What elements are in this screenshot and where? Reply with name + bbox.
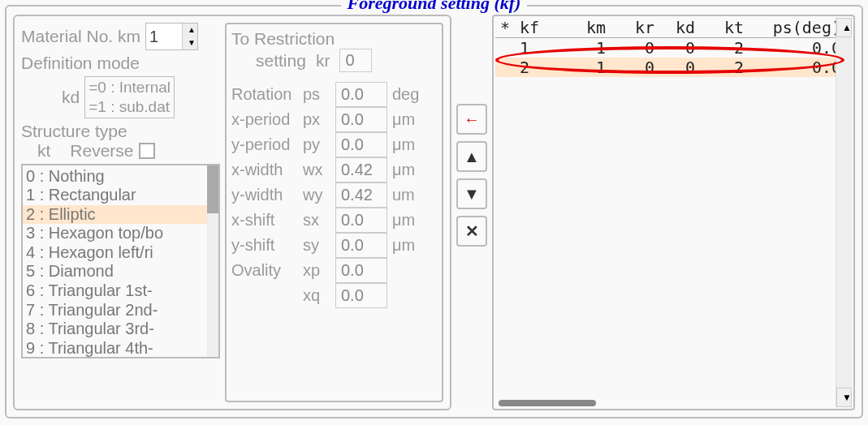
param-unit: um <box>392 186 425 204</box>
param-label: x-width <box>231 161 298 179</box>
listbox-scrollbar[interactable] <box>207 165 218 357</box>
scroll-up-icon[interactable]: ▲ <box>836 18 852 37</box>
list-item[interactable]: 5 : Diamond <box>23 262 207 281</box>
param-code: sy <box>303 236 330 255</box>
param-unit: μm <box>392 161 425 179</box>
structure-type-label: Structure type <box>21 122 220 141</box>
material-spinner[interactable]: ▲ ▼ <box>145 23 198 50</box>
kt-label: kt <box>37 141 50 161</box>
table-row[interactable]: 110020.0 <box>495 38 836 58</box>
param-code: xq <box>303 286 330 305</box>
left-panel: Material No. km ▲ ▼ Definition mode kd =… <box>13 15 451 410</box>
material-value[interactable] <box>146 24 182 49</box>
param-row: x-periodpxμm <box>231 107 437 132</box>
param-row: Rotationpsdeg <box>231 82 437 107</box>
param-label: x-shift <box>231 211 298 230</box>
material-spin-up[interactable]: ▲ <box>183 24 197 36</box>
scroll-down-icon[interactable]: ▼ <box>836 388 852 407</box>
list-item[interactable]: 2 : Elliptic <box>23 205 207 225</box>
kr-label: kr <box>316 51 330 71</box>
table-hscroll-thumb[interactable] <box>499 400 596 406</box>
list-item[interactable]: 0 : Nothing <box>23 167 207 187</box>
param-unit: μm <box>392 211 425 230</box>
table-row[interactable]: 210020.0 <box>495 58 836 77</box>
table-header: * kf km kr kd kt ps(deg) <box>495 18 836 38</box>
right-table-panel: * kf km kr kd kt ps(deg) 110020.0 210020… <box>492 15 855 410</box>
material-row: Material No. km ▲ ▼ <box>21 23 220 50</box>
param-code: py <box>303 135 330 154</box>
param-label: y-period <box>231 135 298 154</box>
param-label: y-width <box>231 186 298 204</box>
param-code: sx <box>303 211 330 230</box>
param-input[interactable] <box>335 107 387 132</box>
reverse-checkbox[interactable] <box>139 143 155 159</box>
list-item[interactable]: 1 : Rectangular <box>23 186 207 205</box>
kd-row: kd =0 : Internal =1 : sub.dat <box>21 76 220 118</box>
param-code: wy <box>303 186 330 204</box>
definition-mode-label: Definition mode <box>21 54 220 73</box>
param-label: x-period <box>231 110 298 129</box>
delete-button[interactable]: ✕ <box>456 216 487 247</box>
param-unit: μm <box>392 110 425 129</box>
param-label: y-shift <box>231 236 298 255</box>
param-input[interactable] <box>335 283 387 308</box>
structure-type-listbox[interactable]: 0 : Nothing1 : Rectangular2 : Elliptic3 … <box>21 164 220 358</box>
param-unit: μm <box>392 236 425 255</box>
structure-type-block: Structure type kt Reverse <box>21 122 220 161</box>
param-input[interactable] <box>335 182 387 208</box>
param-unit: deg <box>392 85 425 104</box>
list-item[interactable]: 9 : Triangular 4th- <box>23 339 207 357</box>
panel-legend: Foreground setting (kf) <box>341 0 528 14</box>
param-input[interactable] <box>335 157 387 182</box>
param-input[interactable] <box>335 82 387 107</box>
list-item[interactable]: 6 : Triangular 1st- <box>23 281 207 301</box>
param-code: ps <box>303 85 330 104</box>
move-left-button[interactable]: ← <box>456 104 487 135</box>
restriction-block: To Restriction setting kr <box>231 29 437 77</box>
param-row: x-widthwxμm <box>231 157 437 182</box>
param-input[interactable] <box>335 258 387 283</box>
param-code: xp <box>303 261 330 280</box>
table-vscrollbar[interactable]: ▲ ▼ <box>836 18 852 407</box>
move-up-button[interactable]: ▲ <box>456 141 487 172</box>
param-input[interactable] <box>335 233 387 258</box>
params-column: To Restriction setting kr Rotationpsdegx… <box>225 23 443 402</box>
param-row: y-widthwyum <box>231 182 437 208</box>
list-item[interactable]: 3 : Hexagon top/bo <box>23 224 207 243</box>
material-label: Material No. km <box>21 27 140 46</box>
kd-options[interactable]: =0 : Internal =1 : sub.dat <box>84 76 175 118</box>
material-spin-down[interactable]: ▼ <box>183 36 197 49</box>
list-item[interactable]: 8 : Triangular 3rd- <box>23 320 207 339</box>
move-down-button[interactable]: ▼ <box>456 178 487 209</box>
param-input[interactable] <box>335 132 387 157</box>
param-label: Rotation <box>231 85 298 104</box>
kd-label: kd <box>21 88 80 107</box>
foreground-setting-panel: Foreground setting (kf) Material No. km … <box>5 5 863 419</box>
param-row: y-shiftsyμm <box>231 233 437 258</box>
param-input[interactable] <box>335 208 387 233</box>
kr-input[interactable] <box>339 49 372 72</box>
list-item[interactable]: 4 : Hexagon left/ri <box>23 243 207 263</box>
middle-buttons: ← ▲ ▼ ✕ <box>451 15 492 410</box>
param-unit: μm <box>392 135 425 154</box>
param-row: y-periodpyμm <box>231 132 437 157</box>
param-label: Ovality <box>231 261 298 280</box>
param-code: wx <box>303 161 330 179</box>
param-code: px <box>303 110 330 129</box>
param-row: xq <box>231 283 437 308</box>
list-item[interactable]: 7 : Triangular 2nd- <box>23 301 207 320</box>
param-row: x-shiftsxμm <box>231 208 437 233</box>
param-row: Ovalityxp <box>231 258 437 283</box>
reverse-label: Reverse <box>70 141 133 161</box>
